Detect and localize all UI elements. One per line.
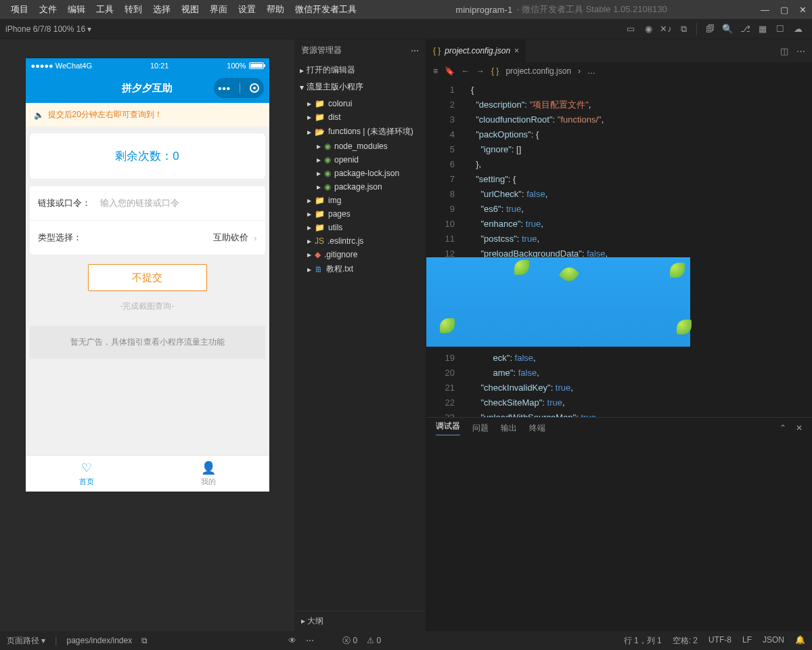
menu-微信开发者工具[interactable]: 微信开发者工具 xyxy=(290,3,362,16)
device-selector[interactable]: iPhone 6/7/8 100% 16 ▾ xyxy=(5,24,91,34)
indent-setting[interactable]: 空格: 2 xyxy=(673,635,698,647)
tree-node[interactable]: ▸ 📁 pages xyxy=(294,207,426,221)
mute-icon[interactable]: ✕♪ xyxy=(657,24,675,34)
tree-node[interactable]: ▸ 📁 utils xyxy=(294,221,426,234)
tree-node[interactable]: ▸ ◉ package.json xyxy=(294,180,426,194)
bookmark-icon[interactable]: 🔖 xyxy=(445,66,455,76)
notice-banner: 🔈 提交后20分钟左右即可查询到！ xyxy=(26,103,269,127)
editor-tabs: { } project.config.json × ◫ ⋯ xyxy=(426,39,812,62)
link-input-row[interactable]: 链接或口令： 输入您的链接或口令 xyxy=(30,186,265,220)
status-bar: 页面路径 ▾ | pages/index/index ⧉ 👁 ⋯ ⓧ 0 ⚠ 0… xyxy=(0,631,812,650)
capsule-button[interactable]: ••• xyxy=(214,78,264,98)
menu-选择[interactable]: 选择 xyxy=(148,3,176,16)
editor-pane: { } project.config.json × ◫ ⋯ ≡ 🔖 ← → { … xyxy=(426,39,812,631)
phone-icon[interactable]: ▭ xyxy=(622,24,639,34)
more-icon[interactable]: ⋯ xyxy=(796,46,805,56)
copy-icon[interactable]: ⧉ xyxy=(141,636,148,645)
section-project[interactable]: ▾ 流显主版小程序 xyxy=(294,79,426,95)
record-icon[interactable]: ◉ xyxy=(639,24,657,34)
type-select-row[interactable]: 类型选择： 互助砍价 › xyxy=(30,220,265,255)
bell-icon[interactable]: 🔔 xyxy=(795,635,805,647)
chevron-right-icon: › xyxy=(254,233,256,243)
more-icon[interactable]: ••• xyxy=(218,83,231,94)
tree-node[interactable]: ▸ 📁 dist xyxy=(294,110,426,124)
input-label: 链接或口令： xyxy=(38,197,91,209)
explorer-pane: 资源管理器 ⋯ ▸ 打开的编辑器 ▾ 流显主版小程序 ▸ 📁 colorui▸ … xyxy=(294,39,426,631)
tree-node[interactable]: ▸ ◉ package-lock.json xyxy=(294,167,426,180)
cloud-icon[interactable]: ☁ xyxy=(789,24,807,34)
menu-文件[interactable]: 文件 xyxy=(34,3,62,16)
type-label: 类型选择： xyxy=(38,232,82,244)
menu-帮助[interactable]: 帮助 xyxy=(261,3,290,16)
submit-button[interactable]: 不提交 xyxy=(88,264,207,291)
battery-label: 100% xyxy=(227,62,246,70)
tree-node[interactable]: ▸ ◆ .gitignore xyxy=(294,248,426,261)
minimize-icon[interactable]: — xyxy=(761,5,769,15)
panel-tab-output[interactable]: 输出 xyxy=(501,422,517,434)
type-value: 互助砍价 xyxy=(82,232,249,244)
forward-icon[interactable]: → xyxy=(476,66,484,76)
panel-tab-debugger[interactable]: 调试器 xyxy=(436,420,460,435)
menu-工具[interactable]: 工具 xyxy=(91,3,119,16)
close-panel-icon[interactable]: ✕ xyxy=(796,423,803,433)
menu-转到[interactable]: 转到 xyxy=(119,3,148,16)
tree-node[interactable]: ▸ 🗎 教程.txt xyxy=(294,261,426,277)
toolbar: iPhone 6/7/8 100% 16 ▾ ▭ ◉ ✕♪ ⧉ 🗐 🔍 ⎇ ▦ … xyxy=(0,19,812,39)
overlay-banner xyxy=(426,257,690,347)
section-open-editors[interactable]: ▸ 打开的编辑器 xyxy=(294,62,426,79)
grid-icon[interactable]: ▦ xyxy=(754,24,771,34)
close-icon[interactable]: ✕ xyxy=(799,5,807,15)
tree-node[interactable]: ▸ ◉ node_modules xyxy=(294,139,426,153)
outline-section[interactable]: ▸ 大纲 xyxy=(294,611,426,631)
more-icon[interactable]: ⋯ xyxy=(411,46,419,56)
list-icon[interactable]: ≡ xyxy=(433,66,438,76)
phone-frame: ●●●●● WeChat4G 10:21 100% 拼夕夕互助 ••• 🔈 xyxy=(26,58,269,492)
panel-tab-terminal[interactable]: 终端 xyxy=(529,422,545,434)
panel-tab-problems[interactable]: 问题 xyxy=(472,422,489,434)
breadcrumb-tail: … xyxy=(587,66,595,76)
menu-编辑[interactable]: 编辑 xyxy=(62,3,91,16)
menu-设置[interactable]: 设置 xyxy=(233,3,261,16)
chevron-up-icon[interactable]: ⌃ xyxy=(780,423,786,433)
tab-me[interactable]: 👤 我的 xyxy=(148,456,269,492)
phone-statusbar: ●●●●● WeChat4G 10:21 100% xyxy=(26,58,269,73)
cursor-position[interactable]: 行 1，列 1 xyxy=(624,635,662,647)
json-icon: { } xyxy=(433,46,441,56)
panel-icon[interactable]: ☐ xyxy=(771,24,789,34)
app-title: 拼夕夕互助 xyxy=(122,82,173,95)
tree-node[interactable]: ▸ JS .eslintrc.js xyxy=(294,234,426,248)
back-icon[interactable]: ← xyxy=(461,66,470,76)
tree-node[interactable]: ▸ 📁 colorui xyxy=(294,97,426,110)
breadcrumb-file[interactable]: project.config.json xyxy=(505,66,571,76)
menu-界面[interactable]: 界面 xyxy=(204,3,233,16)
tab-bar: ♡ 首页 👤 我的 xyxy=(26,455,269,492)
language-mode[interactable]: JSON xyxy=(763,635,784,647)
battery-icon xyxy=(249,62,264,69)
tree-node[interactable]: ▸ 📁 img xyxy=(294,194,426,207)
encoding[interactable]: UTF-8 xyxy=(708,635,731,647)
app-navbar: 拼夕夕互助 ••• xyxy=(26,73,269,103)
page-path[interactable]: pages/index/index xyxy=(66,636,132,645)
page-path-label[interactable]: 页面路径 ▾ xyxy=(7,635,45,647)
branch-icon[interactable]: ⎇ xyxy=(736,24,754,34)
error-count[interactable]: ⓧ 0 xyxy=(342,635,357,647)
eye-icon[interactable]: 👁 xyxy=(288,636,296,645)
split-icon[interactable]: ⧉ xyxy=(675,24,692,35)
eol[interactable]: LF xyxy=(742,635,752,647)
tab-home[interactable]: ♡ 首页 xyxy=(26,456,148,492)
menu-bar: 项目文件编辑工具转到选择视图界面设置帮助微信开发者工具 miniprogram-… xyxy=(0,0,812,19)
maximize-icon[interactable]: ▢ xyxy=(780,5,788,15)
code-editor[interactable]: 1234567891011121314151617181920212223242… xyxy=(426,80,812,417)
more-icon[interactable]: ⋯ xyxy=(306,636,314,645)
close-tab-icon[interactable]: × xyxy=(514,46,519,56)
menu-视图[interactable]: 视图 xyxy=(176,3,204,16)
warning-count[interactable]: ⚠ 0 xyxy=(367,636,381,645)
tree-node[interactable]: ▸ ◉ openid xyxy=(294,153,426,167)
tab-project-config[interactable]: { } project.config.json × xyxy=(426,39,526,62)
close-app-icon[interactable] xyxy=(250,83,259,93)
files-icon[interactable]: 🗐 xyxy=(701,24,719,34)
split-editor-icon[interactable]: ◫ xyxy=(780,46,788,56)
menu-项目[interactable]: 项目 xyxy=(5,3,34,16)
search-icon[interactable]: 🔍 xyxy=(719,24,736,34)
tree-node[interactable]: ▸ 📂 functions | (未选择环境) xyxy=(294,124,426,139)
